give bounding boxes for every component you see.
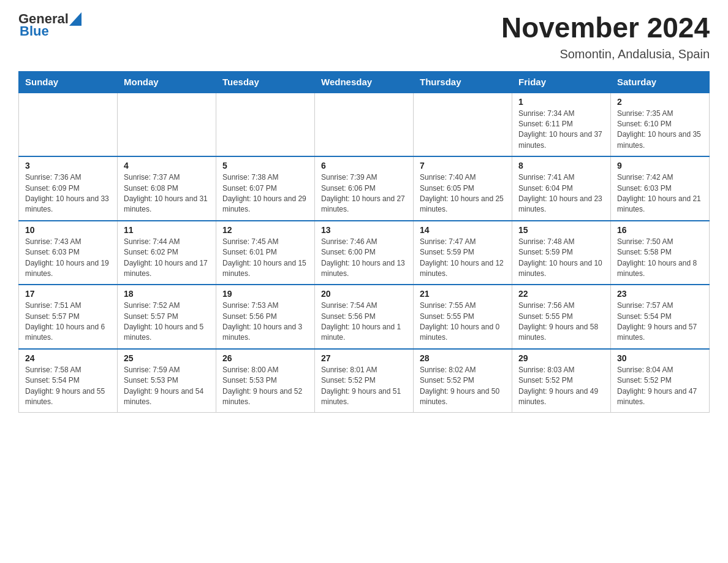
calendar-cell: 18Sunrise: 7:52 AM Sunset: 5:57 PM Dayli… <box>118 285 216 349</box>
calendar-subtitle: Somontin, Andalusia, Spain <box>501 47 710 61</box>
calendar-cell: 24Sunrise: 7:58 AM Sunset: 5:54 PM Dayli… <box>19 349 118 413</box>
calendar-cell: 17Sunrise: 7:51 AM Sunset: 5:57 PM Dayli… <box>19 285 118 349</box>
day-info: Sunrise: 7:39 AM Sunset: 6:06 PM Dayligh… <box>321 172 407 215</box>
week-row-2: 3Sunrise: 7:36 AM Sunset: 6:09 PM Daylig… <box>19 156 710 221</box>
day-number: 4 <box>124 161 210 170</box>
calendar-cell: 29Sunrise: 8:03 AM Sunset: 5:52 PM Dayli… <box>512 349 611 413</box>
title-section: November 2024 Somontin, Andalusia, Spain <box>501 12 710 61</box>
day-info: Sunrise: 7:51 AM Sunset: 5:57 PM Dayligh… <box>25 301 111 343</box>
day-number: 29 <box>518 353 604 363</box>
day-number: 11 <box>124 225 210 235</box>
day-number: 3 <box>25 161 111 170</box>
calendar-cell: 22Sunrise: 7:56 AM Sunset: 5:55 PM Dayli… <box>512 285 611 349</box>
day-info: Sunrise: 7:47 AM Sunset: 5:59 PM Dayligh… <box>420 237 506 280</box>
calendar-cell: 15Sunrise: 7:48 AM Sunset: 5:59 PM Dayli… <box>512 221 611 285</box>
day-info: Sunrise: 8:00 AM Sunset: 5:53 PM Dayligh… <box>222 365 308 408</box>
calendar-title: November 2024 <box>501 12 710 44</box>
day-info: Sunrise: 7:55 AM Sunset: 5:55 PM Dayligh… <box>420 301 506 343</box>
day-info: Sunrise: 7:57 AM Sunset: 5:54 PM Dayligh… <box>617 301 703 343</box>
calendar-cell: 4Sunrise: 7:37 AM Sunset: 6:08 PM Daylig… <box>118 156 216 221</box>
calendar-cell: 21Sunrise: 7:55 AM Sunset: 5:55 PM Dayli… <box>414 285 512 349</box>
header-wednesday: Wednesday <box>315 71 414 93</box>
day-number: 26 <box>222 353 308 363</box>
calendar-cell: 16Sunrise: 7:50 AM Sunset: 5:58 PM Dayli… <box>611 221 710 285</box>
day-number: 30 <box>617 353 703 363</box>
calendar-cell <box>414 93 512 157</box>
calendar-cell: 19Sunrise: 7:53 AM Sunset: 5:56 PM Dayli… <box>216 285 315 349</box>
day-number: 5 <box>222 161 308 170</box>
day-number: 16 <box>617 225 703 235</box>
day-info: Sunrise: 7:56 AM Sunset: 5:55 PM Dayligh… <box>518 301 604 343</box>
day-info: Sunrise: 7:40 AM Sunset: 6:05 PM Dayligh… <box>420 172 506 215</box>
calendar-cell: 20Sunrise: 7:54 AM Sunset: 5:56 PM Dayli… <box>315 285 414 349</box>
calendar-cell: 12Sunrise: 7:45 AM Sunset: 6:01 PM Dayli… <box>216 221 315 285</box>
day-info: Sunrise: 7:53 AM Sunset: 5:56 PM Dayligh… <box>222 301 308 343</box>
day-number: 20 <box>321 289 407 299</box>
day-info: Sunrise: 7:50 AM Sunset: 5:58 PM Dayligh… <box>617 237 703 280</box>
day-info: Sunrise: 8:02 AM Sunset: 5:52 PM Dayligh… <box>420 365 506 408</box>
day-number: 12 <box>222 225 308 235</box>
day-number: 24 <box>25 353 111 363</box>
day-info: Sunrise: 8:03 AM Sunset: 5:52 PM Dayligh… <box>518 365 604 408</box>
calendar-cell: 7Sunrise: 7:40 AM Sunset: 6:05 PM Daylig… <box>414 156 512 221</box>
calendar-cell: 13Sunrise: 7:46 AM Sunset: 6:00 PM Dayli… <box>315 221 414 285</box>
day-number: 15 <box>518 225 604 235</box>
header-row: Sunday Monday Tuesday Wednesday Thursday… <box>19 71 710 93</box>
calendar-cell: 2Sunrise: 7:35 AM Sunset: 6:10 PM Daylig… <box>611 93 710 157</box>
day-number: 25 <box>124 353 210 363</box>
day-number: 14 <box>420 225 506 235</box>
calendar-header: Sunday Monday Tuesday Wednesday Thursday… <box>19 71 710 93</box>
day-info: Sunrise: 7:42 AM Sunset: 6:03 PM Dayligh… <box>617 172 703 215</box>
day-info: Sunrise: 7:35 AM Sunset: 6:10 PM Dayligh… <box>617 109 703 151</box>
header-tuesday: Tuesday <box>216 71 315 93</box>
day-info: Sunrise: 7:36 AM Sunset: 6:09 PM Dayligh… <box>25 172 111 215</box>
day-info: Sunrise: 7:52 AM Sunset: 5:57 PM Dayligh… <box>124 301 210 343</box>
day-info: Sunrise: 7:44 AM Sunset: 6:02 PM Dayligh… <box>124 237 210 280</box>
header-thursday: Thursday <box>414 71 512 93</box>
day-info: Sunrise: 7:43 AM Sunset: 6:03 PM Dayligh… <box>25 237 111 280</box>
day-number: 22 <box>518 289 604 299</box>
calendar-cell: 14Sunrise: 7:47 AM Sunset: 5:59 PM Dayli… <box>414 221 512 285</box>
week-row-3: 10Sunrise: 7:43 AM Sunset: 6:03 PM Dayli… <box>19 221 710 285</box>
calendar-cell: 11Sunrise: 7:44 AM Sunset: 6:02 PM Dayli… <box>118 221 216 285</box>
header-saturday: Saturday <box>611 71 710 93</box>
calendar-cell <box>216 93 315 157</box>
week-row-5: 24Sunrise: 7:58 AM Sunset: 5:54 PM Dayli… <box>19 349 710 413</box>
day-number: 13 <box>321 225 407 235</box>
day-number: 7 <box>420 161 506 170</box>
day-info: Sunrise: 7:58 AM Sunset: 5:54 PM Dayligh… <box>25 365 111 408</box>
day-number: 17 <box>25 289 111 299</box>
week-row-1: 1Sunrise: 7:34 AM Sunset: 6:11 PM Daylig… <box>19 93 710 157</box>
day-number: 1 <box>518 97 604 107</box>
day-info: Sunrise: 7:37 AM Sunset: 6:08 PM Dayligh… <box>124 172 210 215</box>
calendar-cell: 25Sunrise: 7:59 AM Sunset: 5:53 PM Dayli… <box>118 349 216 413</box>
calendar-cell: 10Sunrise: 7:43 AM Sunset: 6:03 PM Dayli… <box>19 221 118 285</box>
day-info: Sunrise: 8:01 AM Sunset: 5:52 PM Dayligh… <box>321 365 407 408</box>
calendar-cell <box>118 93 216 157</box>
day-info: Sunrise: 7:34 AM Sunset: 6:11 PM Dayligh… <box>518 109 604 151</box>
calendar-cell: 28Sunrise: 8:02 AM Sunset: 5:52 PM Dayli… <box>414 349 512 413</box>
calendar-cell: 3Sunrise: 7:36 AM Sunset: 6:09 PM Daylig… <box>19 156 118 221</box>
day-number: 9 <box>617 161 703 170</box>
page-header: General Blue November 2024 Somontin, And… <box>18 12 710 61</box>
calendar-cell: 9Sunrise: 7:42 AM Sunset: 6:03 PM Daylig… <box>611 156 710 221</box>
day-number: 23 <box>617 289 703 299</box>
calendar-cell: 26Sunrise: 8:00 AM Sunset: 5:53 PM Dayli… <box>216 349 315 413</box>
day-number: 19 <box>222 289 308 299</box>
day-info: Sunrise: 8:04 AM Sunset: 5:52 PM Dayligh… <box>617 365 703 408</box>
day-number: 18 <box>124 289 210 299</box>
calendar-table: Sunday Monday Tuesday Wednesday Thursday… <box>18 71 710 413</box>
calendar-cell: 30Sunrise: 8:04 AM Sunset: 5:52 PM Dayli… <box>611 349 710 413</box>
day-number: 2 <box>617 97 703 107</box>
day-number: 21 <box>420 289 506 299</box>
calendar-cell: 23Sunrise: 7:57 AM Sunset: 5:54 PM Dayli… <box>611 285 710 349</box>
day-number: 28 <box>420 353 506 363</box>
day-number: 10 <box>25 225 111 235</box>
logo-blue: Blue <box>20 23 49 39</box>
week-row-4: 17Sunrise: 7:51 AM Sunset: 5:57 PM Dayli… <box>19 285 710 349</box>
header-sunday: Sunday <box>19 71 118 93</box>
calendar-cell: 1Sunrise: 7:34 AM Sunset: 6:11 PM Daylig… <box>512 93 611 157</box>
calendar-body: 1Sunrise: 7:34 AM Sunset: 6:11 PM Daylig… <box>19 93 710 413</box>
calendar-cell: 8Sunrise: 7:41 AM Sunset: 6:04 PM Daylig… <box>512 156 611 221</box>
day-info: Sunrise: 7:46 AM Sunset: 6:00 PM Dayligh… <box>321 237 407 280</box>
